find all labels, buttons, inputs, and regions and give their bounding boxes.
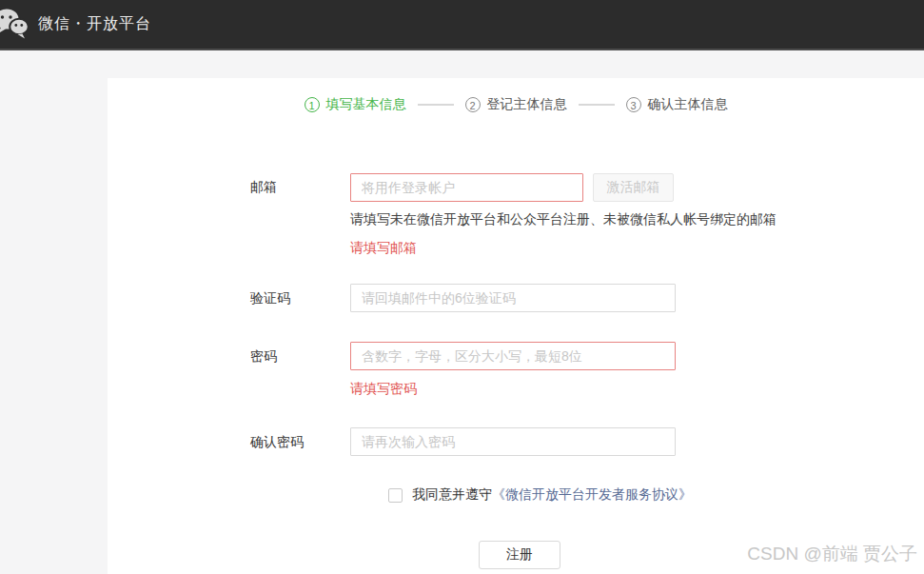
password-input[interactable] [350, 342, 676, 370]
watermark-text: CSDN @前端 贾公子 [747, 542, 917, 566]
wechat-open-platform-register-page: { "header": { "title": "微信・开放平台" }, "ste… [0, 0, 924, 574]
step-label: 确认主体信息 [648, 96, 728, 113]
agree-checkbox[interactable] [388, 488, 403, 503]
email-label: 邮箱 [250, 177, 277, 196]
step-connector [418, 104, 454, 106]
register-card: 1 填写基本信息 2 登记主体信息 3 确认主体信息 邮箱 激活邮箱 请填写未在… [108, 78, 924, 574]
register-button[interactable]: 注册 [479, 541, 560, 569]
wechat-logo-icon [0, 7, 31, 45]
password-label: 密码 [250, 346, 277, 366]
registration-stepper: 1 填写基本信息 2 登记主体信息 3 确认主体信息 [108, 96, 924, 113]
confirm-password-input[interactable] [350, 427, 676, 456]
email-input[interactable] [350, 173, 583, 202]
app-header: 微信・开放平台 [0, 0, 924, 50]
verification-code-input[interactable] [350, 284, 676, 312]
code-label: 验证码 [250, 288, 290, 307]
email-error-text: 请填写邮箱 [350, 240, 417, 257]
step-label: 登记主体信息 [487, 96, 567, 113]
step-subject-info: 2 登记主体信息 [465, 96, 567, 113]
agreement-text: 我同意并遵守 [412, 486, 492, 504]
agreement-link[interactable]: 《微信开放平台开发者服务协议》 [492, 486, 692, 504]
step-number-badge: 1 [305, 97, 320, 112]
step-number-badge: 2 [465, 97, 481, 112]
activate-email-button[interactable]: 激活邮箱 [593, 173, 674, 202]
password-error-text: 请填写密码 [350, 381, 417, 398]
page-title: 微信・开放平台 [38, 14, 151, 34]
step-connector [579, 104, 615, 106]
agreement-row: 我同意并遵守《微信开放平台开发者服务协议》 [388, 486, 692, 504]
confirm-password-label: 确认密码 [250, 432, 304, 451]
email-helper-text: 请填写未在微信开放平台和公众平台注册、未被微信私人帐号绑定的邮箱 [350, 211, 777, 228]
step-confirm-info: 3 确认主体信息 [626, 96, 728, 113]
step-basic-info: 1 填写基本信息 [305, 96, 406, 113]
step-number-badge: 3 [626, 97, 641, 112]
step-label: 填写基本信息 [326, 96, 406, 113]
